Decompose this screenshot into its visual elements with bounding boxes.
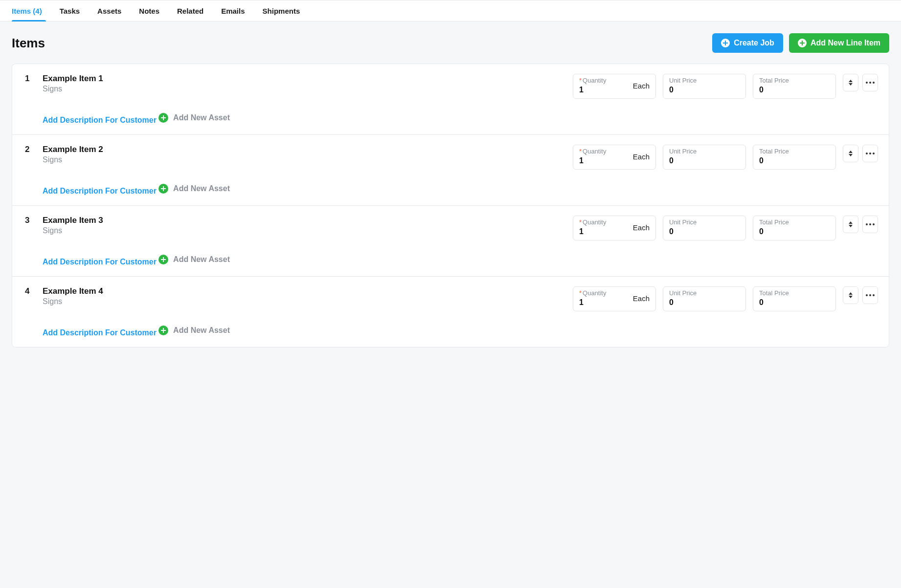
total-price-label: Total Price	[759, 219, 830, 225]
unit-price-label: Unit Price	[669, 219, 740, 225]
add-asset-button[interactable]: Add New Asset	[158, 184, 230, 194]
quantity-value: 1	[579, 298, 606, 307]
total-price-field[interactable]: Total Price 0	[753, 145, 836, 170]
total-price-field[interactable]: Total Price 0	[753, 74, 836, 99]
tab-related[interactable]: Related	[177, 0, 203, 21]
item-name: Example Item 1	[43, 74, 564, 84]
total-price-label: Total Price	[759, 77, 830, 84]
add-description-link[interactable]: Add Description For Customer	[43, 328, 157, 337]
item-name: Example Item 2	[43, 145, 564, 154]
unit-price-value: 0	[669, 298, 674, 306]
tab-tasks[interactable]: Tasks	[60, 0, 80, 21]
more-icon	[866, 152, 875, 154]
quantity-label: Quantity	[583, 218, 606, 226]
item-name: Example Item 4	[43, 286, 564, 296]
item-row: 2 Example Item 2 Signs Add Description F…	[12, 135, 889, 206]
add-asset-label: Add New Asset	[173, 255, 230, 264]
plus-circle-icon	[158, 184, 168, 194]
quantity-label: Quantity	[583, 77, 606, 84]
unit-price-label: Unit Price	[669, 290, 740, 296]
quantity-field[interactable]: *Quantity 1 Each	[573, 74, 656, 99]
total-price-value: 0	[759, 227, 764, 236]
reorder-button[interactable]	[843, 216, 858, 233]
tab-notes[interactable]: Notes	[139, 0, 159, 21]
item-category: Signs	[43, 85, 564, 93]
add-asset-label: Add New Asset	[173, 326, 230, 335]
unit-price-label: Unit Price	[669, 77, 740, 84]
sort-icon	[849, 292, 853, 298]
tab-assets[interactable]: Assets	[97, 0, 121, 21]
item-index: 4	[25, 286, 34, 337]
item-name: Example Item 3	[43, 216, 564, 225]
quantity-field[interactable]: *Quantity 1 Each	[573, 216, 656, 240]
tab-shipments[interactable]: Shipments	[263, 0, 300, 21]
item-category: Signs	[43, 155, 564, 164]
reorder-button[interactable]	[843, 145, 858, 162]
page-title: Items	[12, 36, 45, 51]
quantity-value: 1	[579, 156, 606, 165]
plus-circle-icon	[798, 39, 807, 47]
quantity-value: 1	[579, 227, 606, 236]
add-line-item-button[interactable]: Add New Line Item	[789, 33, 889, 53]
more-icon	[866, 223, 875, 225]
more-actions-button[interactable]	[862, 286, 878, 304]
unit-price-field[interactable]: Unit Price 0	[663, 216, 746, 240]
total-price-label: Total Price	[759, 290, 830, 296]
item-row: 1 Example Item 1 Signs Add Description F…	[12, 64, 889, 135]
plus-circle-icon	[158, 113, 168, 123]
create-job-label: Create Job	[734, 39, 774, 47]
total-price-value: 0	[759, 86, 764, 94]
unit-price-field[interactable]: Unit Price 0	[663, 286, 746, 311]
quantity-label: Quantity	[583, 289, 606, 297]
total-price-field[interactable]: Total Price 0	[753, 216, 836, 240]
quantity-field[interactable]: *Quantity 1 Each	[573, 286, 656, 311]
quantity-unit: Each	[629, 294, 650, 303]
reorder-button[interactable]	[843, 286, 858, 304]
item-index: 1	[25, 74, 34, 125]
sort-icon	[849, 80, 853, 86]
add-asset-label: Add New Asset	[173, 184, 230, 193]
plus-circle-icon	[721, 39, 730, 47]
tabs-bar: Items (4) Tasks Assets Notes Related Ema…	[0, 0, 901, 22]
unit-price-label: Unit Price	[669, 148, 740, 154]
unit-price-value: 0	[669, 156, 674, 165]
item-category: Signs	[43, 226, 564, 235]
more-actions-button[interactable]	[862, 74, 878, 91]
add-asset-button[interactable]: Add New Asset	[158, 326, 230, 335]
tab-items[interactable]: Items (4)	[12, 0, 42, 21]
total-price-label: Total Price	[759, 148, 830, 154]
item-category: Signs	[43, 297, 564, 306]
total-price-value: 0	[759, 156, 764, 165]
add-asset-button[interactable]: Add New Asset	[158, 113, 230, 123]
more-actions-button[interactable]	[862, 145, 878, 162]
plus-circle-icon	[158, 255, 168, 264]
item-index: 3	[25, 216, 34, 266]
total-price-field[interactable]: Total Price 0	[753, 286, 836, 311]
create-job-button[interactable]: Create Job	[712, 33, 783, 53]
quantity-unit: Each	[629, 223, 650, 232]
item-row: 4 Example Item 4 Signs Add Description F…	[12, 277, 889, 348]
tab-emails[interactable]: Emails	[221, 0, 245, 21]
quantity-label: Quantity	[583, 148, 606, 155]
add-description-link[interactable]: Add Description For Customer	[43, 258, 157, 266]
unit-price-value: 0	[669, 86, 674, 94]
items-list: 1 Example Item 1 Signs Add Description F…	[12, 64, 889, 348]
quantity-field[interactable]: *Quantity 1 Each	[573, 145, 656, 170]
more-icon	[866, 294, 875, 296]
quantity-unit: Each	[629, 82, 650, 90]
total-price-value: 0	[759, 298, 764, 306]
unit-price-field[interactable]: Unit Price 0	[663, 145, 746, 170]
add-asset-button[interactable]: Add New Asset	[158, 255, 230, 264]
add-description-link[interactable]: Add Description For Customer	[43, 116, 157, 125]
add-description-link[interactable]: Add Description For Customer	[43, 187, 157, 196]
sort-icon	[849, 221, 853, 227]
reorder-button[interactable]	[843, 74, 858, 91]
add-asset-label: Add New Asset	[173, 113, 230, 122]
plus-circle-icon	[158, 326, 168, 335]
more-icon	[866, 82, 875, 84]
item-index: 2	[25, 145, 34, 196]
quantity-value: 1	[579, 86, 606, 94]
sort-icon	[849, 151, 853, 156]
unit-price-field[interactable]: Unit Price 0	[663, 74, 746, 99]
more-actions-button[interactable]	[862, 216, 878, 233]
